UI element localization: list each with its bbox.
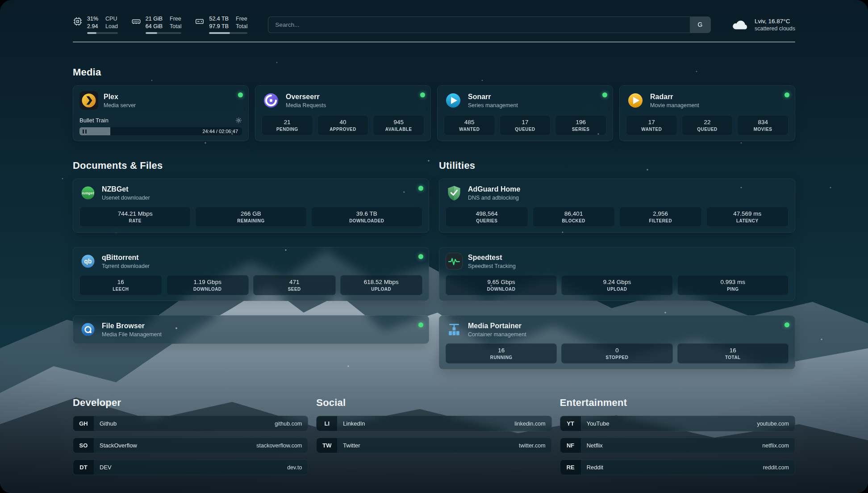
search-input[interactable] xyxy=(268,17,690,33)
service-subtitle: Movie management xyxy=(650,102,699,109)
bookmarks-grid: Developer GH Github github.com SO StackO… xyxy=(73,397,795,475)
service-name: NZBGet xyxy=(102,185,150,193)
stat-tiles: 9.65 GbpsDOWNLOAD 9.24 GbpsUPLOAD 0.993 … xyxy=(446,270,789,295)
service-subtitle: Media server xyxy=(104,102,136,109)
memory-widget: 21 GiB 64 GiB Free Total xyxy=(131,15,182,34)
cpu-icon xyxy=(73,17,83,26)
service-card-plex[interactable]: Plex Media server Bullet Train xyxy=(73,85,249,141)
memory-total-value: 64 GiB xyxy=(146,23,163,30)
stat-tile: 39.6 TBDOWNLOADED xyxy=(311,207,422,227)
section-title-media: Media xyxy=(73,67,795,78)
stat-tiles: 498,564QUERIES 86,401BLOCKED 2,956FILTER… xyxy=(446,201,789,227)
bookmark-url: dev.to xyxy=(287,460,302,475)
cpu-load-label: Load xyxy=(105,23,118,30)
service-name: Overseerr xyxy=(286,92,326,101)
status-dot xyxy=(418,254,423,259)
radarr-icon xyxy=(626,91,645,110)
stat-tile: 17QUEUED xyxy=(500,115,551,135)
card-header: AdGuard Home DNS and adblocking xyxy=(446,184,789,201)
stat-tile: 498,564QUERIES xyxy=(446,207,528,227)
bookmark-netflix[interactable]: NF Netflix netflix.com xyxy=(560,438,795,453)
stat-tile: 16RUNNING xyxy=(446,343,557,363)
bookmark-reddit[interactable]: RE Reddit reddit.com xyxy=(560,460,795,475)
topbar: 31% 2.94 CPU Load xyxy=(73,0,795,34)
dashboard-screen: 31% 2.94 CPU Load xyxy=(0,0,868,493)
stat-tile: 1.19 GbpsDOWNLOAD xyxy=(167,275,249,295)
bookmark-linkedin[interactable]: LI LinkedIn linkedin.com xyxy=(316,416,551,431)
dashboard-content: 31% 2.94 CPU Load xyxy=(73,0,795,475)
memory-icon xyxy=(131,17,141,26)
stat-tile: 744.21 MbpsRATE xyxy=(79,207,191,227)
service-card-filebrowser[interactable]: File Browser Media File Management xyxy=(73,315,429,344)
playback-time: 24:44 / 02:06:47 xyxy=(202,129,238,134)
stat-tile: 945AVAILABLE xyxy=(373,115,424,135)
service-card-overseerr[interactable]: Overseerr Media Requests 21PENDING 40APP… xyxy=(255,85,431,141)
service-card-qbittorrent[interactable]: qb qBittorrent Torrent downloader 16LEEC… xyxy=(73,247,429,301)
weather-widget[interactable]: Lviv, 16.87°C scattered clouds xyxy=(731,18,795,32)
card-header: qb qBittorrent Torrent downloader xyxy=(79,253,422,270)
service-text: AdGuard Home DNS and adblocking xyxy=(468,185,520,201)
nzbget-icon: nzbget xyxy=(79,184,96,201)
service-card-sonarr[interactable]: Sonarr Series management 485WANTED 17QUE… xyxy=(437,85,613,141)
search-provider-button[interactable]: G xyxy=(690,17,710,33)
pause-icon[interactable] xyxy=(83,130,87,134)
status-dot xyxy=(602,92,607,97)
disk-free-label: Free xyxy=(236,15,247,23)
card-header: Speedtest Speedtest Tracking xyxy=(446,253,789,270)
service-card-portainer[interactable]: Media Portainer Container management 16R… xyxy=(439,315,795,369)
service-text: Plex Media server xyxy=(104,92,136,109)
bookmark-url: twitter.com xyxy=(519,438,546,453)
bookmark-name: Netflix xyxy=(587,438,763,453)
section-title-files: Documents & Files xyxy=(73,160,429,171)
cpu-load-value: 2.94 xyxy=(87,23,98,30)
bookmark-youtube[interactable]: YT YouTube youtube.com xyxy=(560,416,795,431)
service-subtitle: DNS and adblocking xyxy=(468,195,520,201)
sonarr-icon xyxy=(444,91,463,110)
stat-tile: 196SERIES xyxy=(555,115,606,135)
service-card-radarr[interactable]: Radarr Movie management 17WANTED 22QUEUE… xyxy=(619,85,795,141)
portainer-icon xyxy=(446,321,463,338)
service-name: qBittorrent xyxy=(102,253,150,262)
cpu-progress-bar xyxy=(87,32,118,34)
bookmark-github[interactable]: GH Github github.com xyxy=(73,416,308,431)
bookmark-abbr: GH xyxy=(73,416,94,431)
stat-tile: 21PENDING xyxy=(262,115,313,135)
stat-tile: 40APPROVED xyxy=(317,115,369,135)
status-dot xyxy=(420,92,425,97)
stat-tile: 485WANTED xyxy=(444,115,495,135)
section-title-social: Social xyxy=(316,397,551,409)
service-name: Radarr xyxy=(650,92,699,101)
stat-tile: 9.24 GbpsUPLOAD xyxy=(561,275,672,295)
memory-free-label: Free xyxy=(170,15,181,23)
service-card-speedtest[interactable]: Speedtest Speedtest Tracking 9.65 GbpsDO… xyxy=(439,247,795,301)
service-card-nzbget[interactable]: nzbget NZBGet Usenet downloader 744.21 M… xyxy=(73,179,429,233)
service-card-adguard[interactable]: AdGuard Home DNS and adblocking 498,564Q… xyxy=(439,179,795,233)
weather-location: Lviv, 16.87°C xyxy=(755,18,795,25)
bookmark-abbr: YT xyxy=(560,416,581,431)
status-dot xyxy=(418,322,423,327)
media-grid: Plex Media server Bullet Train xyxy=(73,85,795,141)
section-title-entertainment: Entertainment xyxy=(560,397,795,409)
bookmark-abbr: RE xyxy=(560,460,581,475)
bookmark-stackoverflow[interactable]: SO StackOverflow stackoverflow.com xyxy=(73,438,308,453)
bookmark-abbr: SO xyxy=(73,438,94,453)
card-header: Sonarr Series management xyxy=(444,91,606,110)
adguard-icon xyxy=(446,184,463,201)
card-header: Radarr Movie management xyxy=(626,91,789,110)
bookmark-dev[interactable]: DT DEV dev.to xyxy=(73,460,308,475)
disk-widget-body: 52.4 TB 97.9 TB Free Total xyxy=(209,15,247,34)
service-subtitle: Series management xyxy=(468,102,518,109)
gear-icon[interactable] xyxy=(235,117,242,124)
service-text: NZBGet Usenet downloader xyxy=(102,185,150,201)
disk-total-label: Total xyxy=(236,23,247,30)
bookmark-name: Github xyxy=(100,416,275,431)
playback-progress-bar[interactable]: 24:44 / 02:06:47 xyxy=(79,127,242,135)
memory-total-label: Total xyxy=(170,23,181,30)
search-bar[interactable]: G xyxy=(268,17,711,33)
memory-free-value: 21 GiB xyxy=(146,15,163,23)
disk-free-value: 52.4 TB xyxy=(209,15,229,23)
bookmark-twitter[interactable]: TW Twitter twitter.com xyxy=(316,438,551,453)
memory-progress-bar xyxy=(146,32,182,34)
stat-tile: 0STOPPED xyxy=(561,343,672,363)
status-dot xyxy=(785,92,789,97)
